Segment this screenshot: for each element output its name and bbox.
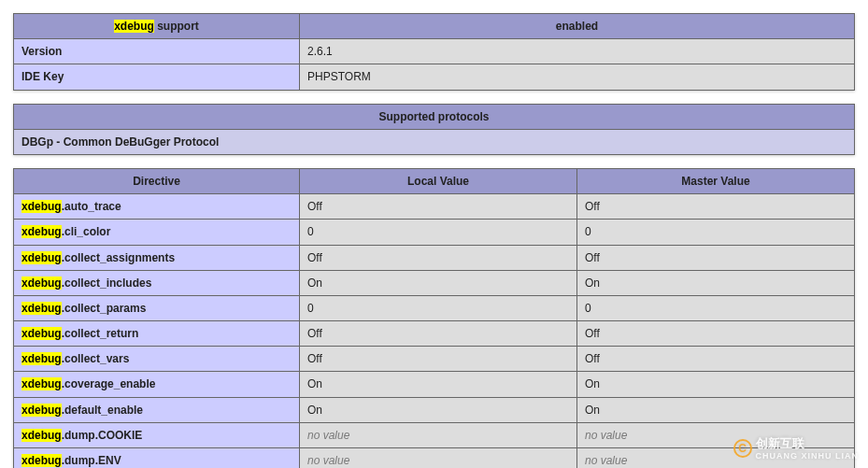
directive-suffix: .auto_trace bbox=[62, 200, 121, 213]
local-value: Off bbox=[300, 321, 577, 347]
master-value: On bbox=[577, 270, 855, 295]
directive-name: xdebug.auto_trace bbox=[14, 194, 300, 220]
local-value: On bbox=[300, 397, 577, 422]
master-value: Off bbox=[577, 245, 855, 270]
directive-name: xdebug.collect_return bbox=[14, 321, 300, 347]
local-value: no value bbox=[300, 422, 577, 447]
highlight-xdebug: xdebug bbox=[21, 377, 62, 390]
local-value-text: On bbox=[307, 377, 322, 390]
master-value: Off bbox=[577, 194, 855, 220]
highlight-xdebug: xdebug bbox=[21, 302, 62, 315]
xdebug-support-table: xdebug support enabled Version 2.6.1 IDE… bbox=[13, 13, 855, 91]
table-row: xdebug.coverage_enableOnOn bbox=[14, 372, 855, 397]
master-value-text: On bbox=[585, 277, 600, 290]
supported-protocols-table: Supported protocols DBGp - Common DeBuGg… bbox=[13, 104, 855, 155]
local-value: 0 bbox=[300, 295, 577, 320]
local-value-text: no value bbox=[307, 454, 349, 467]
highlight-xdebug: xdebug bbox=[21, 251, 62, 264]
directive-name: xdebug.cli_color bbox=[14, 220, 300, 245]
protocol-name: DBGp - Common DeBuGger Protocol bbox=[14, 129, 855, 154]
support-header-left-suffix: support bbox=[154, 20, 199, 33]
highlight-xdebug: xdebug bbox=[21, 404, 62, 417]
directive-name: xdebug.collect_assignments bbox=[14, 245, 300, 270]
directive-name: Version bbox=[14, 39, 300, 64]
highlight-xdebug: xdebug bbox=[21, 225, 62, 238]
master-value: no value bbox=[577, 422, 855, 447]
directive-name: xdebug.dump.ENV bbox=[14, 448, 300, 469]
master-value-text: no value bbox=[585, 429, 627, 442]
directive-value: PHPSTORM bbox=[300, 64, 855, 90]
directive-suffix: .collect_params bbox=[62, 302, 147, 315]
directive-name: xdebug.coverage_enable bbox=[14, 372, 300, 397]
table-row: xdebug.collect_params00 bbox=[14, 295, 855, 320]
directive-suffix: .collect_return bbox=[62, 327, 139, 340]
local-value-text: 0 bbox=[307, 302, 314, 315]
local-value: Off bbox=[300, 347, 577, 372]
master-value-text: 0 bbox=[585, 225, 591, 238]
highlight-xdebug: xdebug bbox=[21, 277, 62, 290]
table-row: xdebug.collect_returnOffOff bbox=[14, 321, 855, 347]
master-value: Off bbox=[577, 347, 855, 372]
master-value-text: no value bbox=[585, 454, 627, 467]
local-value-text: no value bbox=[307, 429, 349, 442]
directive-suffix: .default_enable bbox=[62, 404, 143, 417]
local-value-text: On bbox=[307, 277, 322, 290]
table-row: xdebug.collect_assignmentsOffOff bbox=[14, 245, 855, 270]
table-row: xdebug.dump.COOKIEno valueno value bbox=[14, 422, 855, 447]
local-value: no value bbox=[300, 448, 577, 469]
local-value-text: Off bbox=[307, 327, 322, 340]
directive-name: xdebug.dump.COOKIE bbox=[14, 422, 300, 447]
directive-value: 2.6.1 bbox=[300, 39, 855, 64]
master-value-text: On bbox=[585, 377, 600, 390]
table-row: IDE Key PHPSTORM bbox=[14, 64, 855, 90]
table-row: Version 2.6.1 bbox=[14, 39, 855, 64]
table-row: xdebug.auto_traceOffOff bbox=[14, 194, 855, 220]
table-row: xdebug.collect_varsOffOff bbox=[14, 347, 855, 372]
local-value: Off bbox=[300, 245, 577, 270]
support-header-row: xdebug support enabled bbox=[14, 14, 855, 39]
master-value-text: 0 bbox=[585, 302, 591, 315]
table-row: xdebug.dump.ENVno valueno value bbox=[14, 448, 855, 469]
highlight-xdebug: xdebug bbox=[21, 454, 62, 467]
directive-suffix: .collect_vars bbox=[62, 352, 130, 365]
directive-name: xdebug.collect_vars bbox=[14, 347, 300, 372]
master-value-text: Off bbox=[585, 251, 600, 264]
table-row: DBGp - Common DeBuGger Protocol bbox=[14, 129, 855, 154]
local-value-text: Off bbox=[307, 200, 322, 213]
directive-name: xdebug.collect_includes bbox=[14, 270, 300, 295]
master-value-text: Off bbox=[585, 352, 600, 365]
master-value: On bbox=[577, 372, 855, 397]
protocols-header: Supported protocols bbox=[14, 104, 855, 129]
master-value: no value bbox=[577, 448, 855, 469]
directive-suffix: .cli_color bbox=[62, 225, 111, 238]
support-header-right: enabled bbox=[300, 14, 855, 39]
directives-header-row: Directive Local Value Master Value bbox=[14, 168, 855, 193]
table-row: xdebug.default_enableOnOn bbox=[14, 397, 855, 422]
directive-suffix: .dump.ENV bbox=[62, 454, 121, 467]
highlight-xdebug: xdebug bbox=[21, 429, 62, 442]
table-row: xdebug.collect_includesOnOn bbox=[14, 270, 855, 295]
col-directive: Directive bbox=[14, 168, 300, 193]
directive-name: xdebug.collect_params bbox=[14, 295, 300, 320]
master-value: 0 bbox=[577, 295, 855, 320]
col-master-value: Master Value bbox=[577, 168, 855, 193]
master-value: 0 bbox=[577, 220, 855, 245]
col-local-value: Local Value bbox=[300, 168, 577, 193]
local-value-text: On bbox=[307, 404, 322, 417]
highlight-xdebug: xdebug bbox=[114, 20, 154, 33]
highlight-xdebug: xdebug bbox=[21, 327, 62, 340]
local-value: On bbox=[300, 372, 577, 397]
directive-name: IDE Key bbox=[14, 64, 300, 90]
table-row: xdebug.cli_color00 bbox=[14, 220, 855, 245]
local-value: On bbox=[300, 270, 577, 295]
protocols-header-row: Supported protocols bbox=[14, 104, 855, 129]
highlight-xdebug: xdebug bbox=[21, 200, 62, 213]
directive-suffix: .coverage_enable bbox=[62, 377, 156, 390]
local-value-text: 0 bbox=[307, 225, 314, 238]
directive-suffix: .dump.COOKIE bbox=[62, 429, 143, 442]
master-value-text: On bbox=[585, 404, 600, 417]
master-value-text: Off bbox=[585, 327, 600, 340]
local-value-text: Off bbox=[307, 251, 322, 264]
directive-suffix: .collect_assignments bbox=[62, 251, 175, 264]
master-value: On bbox=[577, 397, 855, 422]
